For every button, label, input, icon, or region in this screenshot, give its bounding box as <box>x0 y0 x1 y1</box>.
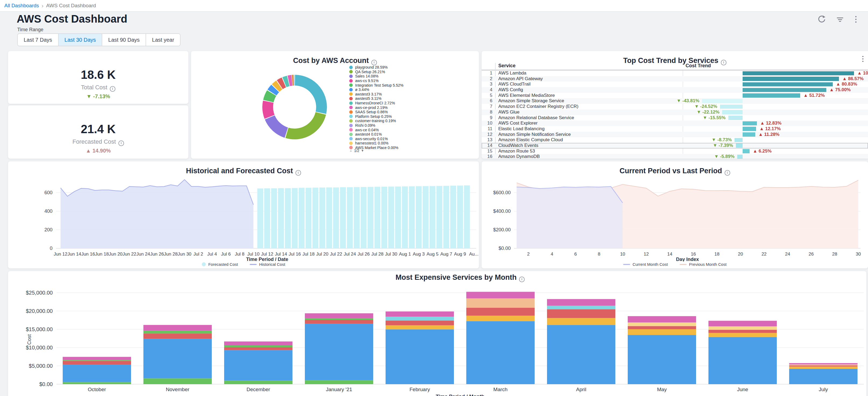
donut-slice[interactable] <box>269 93 272 101</box>
trend-bar <box>720 105 743 109</box>
cost-trend-cell: ▲ 11.28% <box>683 132 868 138</box>
info-icon[interactable] <box>118 141 124 146</box>
time-range-button[interactable]: Last 7 Days <box>18 34 58 46</box>
legend-item[interactable]: aws-cs 9.51% <box>349 79 404 83</box>
legend-item[interactable]: customer-training 0.19% <box>349 119 404 123</box>
axis-tick-label: Jul 18 <box>303 251 314 257</box>
column-header-service[interactable]: Service <box>498 63 516 69</box>
legend-item[interactable]: Integration Test Setup 5.52% <box>349 83 404 87</box>
service-name: Amazon API Gateway <box>498 76 543 82</box>
table-row[interactable]: 4AWS Config▲ 75.00% <box>482 87 868 93</box>
axis-tick-label: 4 <box>551 251 553 257</box>
legend-item[interactable]: Current Month Cost <box>623 262 668 267</box>
trend-percent: ▲ 12.83% <box>760 121 781 126</box>
table-row[interactable]: 8AWS Glue▼ -22.12% <box>482 110 868 115</box>
legend-item[interactable]: Historical Cost <box>250 262 285 267</box>
table-row[interactable]: 12Amazon Simple Notification Service▲ 11… <box>482 132 868 138</box>
time-range-button[interactable]: Last 30 Days <box>58 34 102 46</box>
table-row[interactable]: 2Amazon API Gateway▲ 86.57% <box>482 76 868 82</box>
legend-item[interactable]: QA Setup 26.21% <box>349 70 404 74</box>
table-row[interactable]: 15Amazon Route 53▲ 6.25% <box>482 149 868 154</box>
legend-item[interactable]: harnesstest1 0.00% <box>349 141 404 146</box>
bar-segment <box>547 309 615 318</box>
table-row[interactable]: 9Amazon Relational Database Service▼ -15… <box>482 115 868 121</box>
donut-slice[interactable] <box>289 80 292 81</box>
bar-segment <box>305 380 373 384</box>
legend-page-up-icon[interactable]: ▲ <box>349 149 352 153</box>
donut-slice[interactable] <box>280 82 284 85</box>
legend-item[interactable]: awstest5 3.11% <box>349 96 404 101</box>
breadcrumb-separator-icon: › <box>42 3 43 9</box>
legend-item[interactable]: Forecasted Cost <box>202 262 238 267</box>
cost-trend-cell: ▼ -43.81% <box>683 98 868 104</box>
table-row[interactable]: 10AWS Cost Explorer▲ 12.83% <box>482 121 868 126</box>
row-rank: 1 <box>482 70 492 76</box>
legend-swatch <box>349 110 353 114</box>
bar-segment <box>789 367 858 369</box>
kebab-menu-icon[interactable] <box>854 15 858 24</box>
axis-tick-label: $0.00 <box>39 381 53 387</box>
legend-item[interactable]: ø 3.44% <box>349 87 404 92</box>
axis-tick-label: Jun 28 <box>164 251 178 257</box>
trend-bar <box>743 93 800 98</box>
time-range-button[interactable]: Last 90 Days <box>102 34 146 46</box>
donut-slice[interactable] <box>295 80 321 113</box>
table-row[interactable]: 6Amazon Simple Storage Service▼ -43.81% <box>482 98 868 104</box>
filter-icon[interactable] <box>836 15 844 24</box>
kebab-menu-icon[interactable] <box>862 55 864 63</box>
table-row[interactable]: 3AWS CloudTrail▲ 80.83% <box>482 82 868 87</box>
legend-item[interactable]: SAAS Setup 0.86% <box>349 110 404 114</box>
axis-tick-label: Jul 28 <box>371 251 383 257</box>
legend-item[interactable]: playground 28.59% <box>349 65 404 70</box>
table-row[interactable]: 5AWS Elemental MediaStore▲ 51.72% <box>482 93 868 98</box>
legend-page-down-icon[interactable]: ▼ <box>361 149 364 153</box>
legend-swatch <box>349 115 353 118</box>
donut-slice[interactable] <box>287 114 321 134</box>
info-icon[interactable] <box>371 60 377 65</box>
table-row[interactable]: 13Amazon Elastic Compute Cloud▼ -8.73% <box>482 137 868 143</box>
donut-slice[interactable] <box>272 89 275 93</box>
table-row[interactable]: 14CloudWatch Events▼ -7.39% <box>482 143 868 149</box>
forecast-bar <box>299 188 305 248</box>
legend-item[interactable]: Sales 14.08% <box>349 74 404 79</box>
legend-label: aws-cs 9.51% <box>355 79 379 83</box>
info-icon[interactable] <box>110 86 116 92</box>
bar-segment <box>789 369 858 384</box>
table-row[interactable]: 1AWS Lambda▲ 100.00% <box>482 70 868 76</box>
forecast-bar <box>381 187 387 248</box>
donut-slice[interactable] <box>284 81 288 82</box>
legend-item[interactable]: awstest4 0.01% <box>349 132 404 137</box>
legend-item[interactable]: aws-security 0.01% <box>349 137 404 141</box>
legend-item[interactable]: aws-ce-prod 2.19% <box>349 105 404 110</box>
axis-tick-label: 600 <box>44 190 53 195</box>
axis-tick-label: 18 <box>714 251 719 257</box>
time-range-button[interactable]: Last year <box>146 34 180 46</box>
bar-segment <box>224 341 292 345</box>
table-row[interactable]: 11Elastic Load Balancing▲ 12.17% <box>482 126 868 132</box>
bar-segment <box>466 321 535 384</box>
cost-trend-cell: ▼ -7.39% <box>683 143 868 149</box>
legend-item[interactable]: awstest3 3.17% <box>349 92 404 97</box>
forecast-bar <box>416 186 422 248</box>
axis-tick-label: 10 <box>620 251 625 257</box>
axis-tick-label: Jul 4 <box>207 251 217 257</box>
legend-item[interactable]: Rishi 0.09% <box>349 123 404 128</box>
table-row[interactable]: 7Amazon EC2 Container Registry (ECR)▼ -2… <box>482 104 868 110</box>
column-header-cost-trend[interactable]: Cost Trend <box>686 63 711 69</box>
legend-item[interactable]: Platform Setup 0.25% <box>349 114 404 119</box>
legend-label: awstest5 3.11% <box>355 96 381 101</box>
historical-area <box>61 180 253 248</box>
bar-segment <box>708 326 777 330</box>
table-row[interactable]: 16Amazon DynamoDB▼ -5.89% <box>482 154 868 159</box>
axis-tick-label: Jul 20 <box>316 251 328 257</box>
axis-tick-label: $200.00 <box>493 227 511 233</box>
breadcrumb-link-all-dashboards[interactable]: All Dashboards <box>4 3 39 9</box>
donut-slice[interactable] <box>276 85 279 88</box>
legend-swatch <box>623 264 630 265</box>
refresh-icon[interactable] <box>817 15 826 24</box>
legend-item[interactable]: HarnessDroneCI 2.72% <box>349 101 404 105</box>
donut-slice[interactable] <box>270 118 286 133</box>
legend-item[interactable]: aws-ce 0.04% <box>349 127 404 132</box>
donut-slice[interactable] <box>268 102 270 117</box>
legend-item[interactable]: Previous Month Cost <box>680 262 726 267</box>
